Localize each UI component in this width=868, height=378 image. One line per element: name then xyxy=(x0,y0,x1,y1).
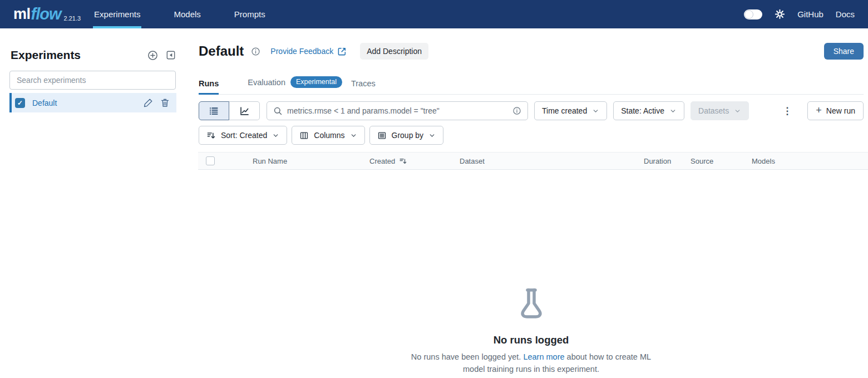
empty-state-text: No runs have been logged yet. Learn more… xyxy=(401,351,662,376)
search-experiments-input[interactable] xyxy=(9,71,176,90)
experiments-sidebar: Experiments ✓ Default xyxy=(0,28,185,378)
experiment-list-item-default[interactable]: ✓ Default xyxy=(9,93,176,112)
more-options-kebab-icon[interactable]: ⋮ xyxy=(779,105,795,117)
new-run-button[interactable]: + New run xyxy=(807,101,864,120)
theme-toggle-knob xyxy=(744,10,753,19)
run-search-box xyxy=(267,101,528,120)
chevron-down-icon xyxy=(428,132,436,139)
logo-ml-text: ml xyxy=(13,6,31,23)
new-experiment-icon[interactable] xyxy=(147,50,158,61)
navbar-right: GitHub Docs xyxy=(744,0,855,28)
add-description-button[interactable]: Add Description xyxy=(360,43,428,60)
page-title: Default xyxy=(199,43,244,59)
version-label: 2.21.3 xyxy=(64,15,81,22)
nav-tab-models[interactable]: Models xyxy=(172,0,201,28)
tab-runs[interactable]: Runs xyxy=(199,79,219,94)
github-link[interactable]: GitHub xyxy=(797,9,823,19)
navbar-tabs: Experiments Models Prompts xyxy=(93,0,298,28)
experiment-name[interactable]: Default xyxy=(32,99,57,107)
runs-table-header: Run Name Created Dataset Duration Source… xyxy=(198,152,868,170)
settings-gear-icon[interactable] xyxy=(775,9,785,19)
delete-experiment-icon[interactable] xyxy=(160,98,170,107)
flask-icon xyxy=(513,286,550,322)
edit-experiment-icon[interactable] xyxy=(144,98,153,107)
column-header-duration[interactable]: Duration xyxy=(639,157,686,165)
view-mode-switcher xyxy=(199,101,260,120)
experiment-info-icon[interactable] xyxy=(251,47,260,56)
tab-evaluation[interactable]: Evaluation Experimental xyxy=(248,76,342,94)
experiment-tabs: Runs Evaluation Experimental Traces xyxy=(199,76,864,95)
empty-state-title: No runs logged xyxy=(494,334,569,346)
group-by-button[interactable]: Group by xyxy=(369,126,444,145)
columns-button[interactable]: Columns xyxy=(292,126,364,145)
columns-icon xyxy=(299,131,309,140)
chevron-down-icon xyxy=(734,107,741,115)
run-filter-input[interactable] xyxy=(287,106,508,115)
plus-icon: + xyxy=(816,105,822,116)
theme-toggle[interactable] xyxy=(744,9,762,19)
experiment-checkbox[interactable]: ✓ xyxy=(15,98,25,108)
column-header-run-name[interactable]: Run Name xyxy=(248,157,365,165)
chart-view-icon xyxy=(239,106,250,116)
chevron-down-icon xyxy=(272,132,279,139)
select-all-checkbox[interactable] xyxy=(206,156,215,165)
chevron-down-icon xyxy=(350,132,357,139)
sort-button[interactable]: Sort: Created xyxy=(199,126,287,145)
top-navbar: mlflow 2.21.3 Experiments Models Prompts… xyxy=(0,0,868,28)
mlflow-logo[interactable]: mlflow 2.21.3 xyxy=(13,0,81,28)
nav-tab-prompts[interactable]: Prompts xyxy=(233,0,267,28)
search-icon xyxy=(273,106,283,116)
nav-tab-experiments[interactable]: Experiments xyxy=(93,0,141,28)
learn-more-link[interactable]: Learn more xyxy=(523,352,564,361)
list-view-button[interactable] xyxy=(199,101,229,120)
logo-flow-text: flow xyxy=(31,5,61,23)
collapse-sidebar-icon[interactable] xyxy=(166,50,176,60)
sort-descending-icon xyxy=(399,157,407,165)
list-view-icon xyxy=(209,106,219,116)
tab-traces[interactable]: Traces xyxy=(351,79,376,94)
column-header-created[interactable]: Created xyxy=(365,157,455,165)
experimental-badge: Experimental xyxy=(290,76,342,88)
share-button[interactable]: Share xyxy=(824,43,864,60)
state-filter[interactable]: State: Active xyxy=(613,101,684,120)
group-by-icon xyxy=(377,131,387,140)
datasets-filter: Datasets xyxy=(691,101,749,120)
chart-view-button[interactable] xyxy=(229,101,260,120)
time-created-filter[interactable]: Time created xyxy=(534,101,607,120)
column-header-models[interactable]: Models xyxy=(747,157,868,165)
sidebar-title: Experiments xyxy=(11,48,81,62)
sort-icon xyxy=(206,131,216,140)
provide-feedback-link[interactable]: Provide Feedback xyxy=(270,47,347,56)
docs-link[interactable]: Docs xyxy=(836,9,855,19)
external-link-icon xyxy=(337,47,347,56)
column-header-source[interactable]: Source xyxy=(686,157,747,165)
chevron-down-icon xyxy=(669,107,677,115)
empty-state: No runs logged No runs have been logged … xyxy=(199,286,864,376)
column-header-dataset[interactable]: Dataset xyxy=(455,157,639,165)
chevron-down-icon xyxy=(592,107,599,115)
search-info-icon[interactable] xyxy=(512,106,521,115)
main-panel: Default Provide Feedback Add Description… xyxy=(185,28,868,378)
